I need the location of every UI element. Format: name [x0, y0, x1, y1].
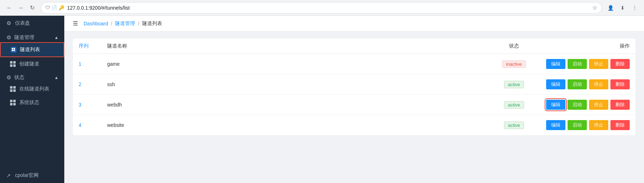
- online-tunnels-label: 在线隧道列表: [19, 86, 49, 92]
- col-header-name: 隧道名称: [101, 39, 493, 54]
- sidebar-section-tunnel[interactable]: ⚙ 隧道管理 ▲: [0, 31, 64, 42]
- cpolar-link-icon: ↗: [6, 173, 11, 178]
- main-content: ☰ Dashboard / 隧道管理 / 隧道列表 序列 隧道名称 状态 操作: [64, 16, 644, 183]
- content-area: 序列 隧道名称 状态 操作 1 game inactive 编辑 启动 停止 删…: [64, 31, 644, 142]
- table-row: 3 webdh active 编辑 启动 停止 删除: [73, 95, 635, 115]
- start-button-2[interactable]: 启动: [568, 100, 587, 110]
- address-bar[interactable]: 🛡 📄 🔑 ☆: [41, 2, 602, 14]
- svg-rect-2: [12, 50, 13, 51]
- cell-seq-2: 3: [73, 95, 101, 115]
- svg-rect-3: [14, 50, 15, 51]
- delete-button-1[interactable]: 删除: [610, 79, 630, 89]
- cell-status-1: active: [493, 74, 535, 95]
- cell-name-3: website: [101, 115, 493, 135]
- system-status-icon: [10, 100, 16, 105]
- create-tunnel-label: 创建隧道: [19, 61, 39, 67]
- col-header-status: 状态: [493, 39, 535, 54]
- forward-button[interactable]: →: [16, 3, 26, 13]
- breadcrumb-tunnel-mgmt[interactable]: 隧道管理: [115, 20, 135, 27]
- download-button[interactable]: ⬇: [618, 3, 628, 13]
- delete-button-0[interactable]: 删除: [610, 59, 630, 69]
- action-btns-1: 编辑 启动 停止 删除: [541, 79, 630, 89]
- table-header-row: 序列 隧道名称 状态 操作: [73, 39, 635, 54]
- cell-seq-1: 2: [73, 74, 101, 95]
- col-header-actions: 操作: [535, 39, 635, 54]
- sidebar-item-cpolar[interactable]: ↗ cpolar官网: [0, 168, 64, 183]
- menu-icon[interactable]: ☰: [73, 20, 78, 27]
- cell-seq-3: 4: [73, 115, 101, 135]
- tunnel-section-label: ⚙ 隧道管理: [6, 34, 34, 41]
- cpolar-website-label: cpolar官网: [15, 172, 39, 179]
- app-layout: ⚙ 仪表盘 ⚙ 隧道管理 ▲ 隧道列表 创建隧道 ⚙: [0, 16, 644, 183]
- delete-button-3[interactable]: 删除: [610, 120, 630, 130]
- cell-name-0: game: [101, 54, 493, 74]
- start-button-0[interactable]: 启动: [568, 59, 587, 69]
- table-row: 1 game inactive 编辑 启动 停止 删除: [73, 54, 635, 74]
- sidebar-item-create-tunnel[interactable]: 创建隧道: [0, 57, 64, 71]
- status-badge-0: inactive: [502, 60, 526, 68]
- status-section-icon: ⚙: [6, 75, 11, 80]
- sidebar-item-dashboard[interactable]: ⚙ 仪表盘: [0, 16, 64, 31]
- start-button-3[interactable]: 启动: [568, 120, 587, 130]
- stop-button-3[interactable]: 停止: [589, 120, 608, 130]
- bookmark-icon[interactable]: ☆: [592, 4, 597, 11]
- action-btns-2: 编辑 启动 停止 删除: [541, 100, 630, 110]
- security-icon: 🛡: [45, 5, 50, 10]
- create-tunnel-icon: [10, 61, 16, 67]
- stop-button-2[interactable]: 停止: [589, 100, 608, 110]
- table-row: 4 website active 编辑 启动 停止 删除: [73, 115, 635, 135]
- cell-name-2: webdh: [101, 95, 493, 115]
- sidebar-item-system-status[interactable]: 系统状态: [0, 96, 64, 109]
- edit-button-3[interactable]: 编辑: [546, 120, 565, 130]
- tunnel-list-icon: [11, 47, 16, 53]
- browser-right-buttons: 👤 ⬇ ⋮: [605, 3, 640, 13]
- edit-button-1[interactable]: 编辑: [546, 79, 565, 89]
- system-status-label: 系统状态: [19, 99, 39, 106]
- status-badge-1: active: [504, 81, 524, 88]
- stop-button-0[interactable]: 停止: [589, 59, 608, 69]
- back-button[interactable]: ←: [4, 3, 14, 13]
- breadcrumb-dashboard[interactable]: Dashboard: [84, 21, 108, 26]
- svg-rect-0: [12, 48, 13, 49]
- sidebar-item-tunnel-list[interactable]: 隧道列表: [0, 42, 64, 57]
- delete-button-2[interactable]: 删除: [610, 100, 630, 110]
- start-button-1[interactable]: 启动: [568, 79, 587, 89]
- col-header-seq: 序列: [73, 39, 101, 54]
- cell-status-2: active: [493, 95, 535, 115]
- stop-button-1[interactable]: 停止: [589, 79, 608, 89]
- sidebar: ⚙ 仪表盘 ⚙ 隧道管理 ▲ 隧道列表 创建隧道 ⚙: [0, 16, 64, 183]
- key-icon: 🔑: [59, 5, 64, 10]
- cell-actions-1: 编辑 启动 停止 删除: [535, 74, 635, 95]
- table-row: 2 ssh active 编辑 启动 停止 删除: [73, 74, 635, 95]
- tunnel-list-label: 隧道列表: [20, 46, 40, 53]
- status-section-arrow: ▲: [54, 75, 59, 80]
- status-badge-3: active: [504, 122, 524, 129]
- url-input[interactable]: [67, 5, 589, 11]
- menu-button[interactable]: ⋮: [630, 3, 640, 13]
- breadcrumb-sep1: /: [111, 21, 113, 26]
- cell-name-1: ssh: [101, 74, 493, 95]
- sidebar-item-online-tunnels[interactable]: 在线隧道列表: [0, 82, 64, 96]
- cell-status-0: inactive: [493, 54, 535, 74]
- tunnel-section-arrow: ▲: [54, 35, 59, 40]
- action-btns-0: 编辑 启动 停止 删除: [541, 59, 630, 69]
- cell-status-3: active: [493, 115, 535, 135]
- action-btns-3: 编辑 启动 停止 删除: [541, 120, 630, 130]
- dashboard-icon: ⚙: [6, 20, 11, 26]
- cell-actions-3: 编辑 启动 停止 删除: [535, 115, 635, 135]
- edit-button-2[interactable]: 编辑: [546, 100, 565, 110]
- cell-seq-0: 1: [73, 54, 101, 74]
- sidebar-dashboard-label: 仪表盘: [15, 20, 30, 26]
- cell-actions-0: 编辑 启动 停止 删除: [535, 54, 635, 74]
- breadcrumb-tunnel-list: 隧道列表: [142, 20, 162, 27]
- sidebar-section-status[interactable]: ⚙ 状态 ▲: [0, 71, 64, 82]
- svg-rect-1: [14, 48, 15, 49]
- page-icon: 📄: [51, 5, 57, 10]
- edit-button-0[interactable]: 编辑: [546, 59, 565, 69]
- status-badge-2: active: [504, 101, 524, 109]
- breadcrumb: ☰ Dashboard / 隧道管理 / 隧道列表: [64, 16, 644, 31]
- tunnel-table: 序列 隧道名称 状态 操作 1 game inactive 编辑 启动 停止 删…: [73, 39, 635, 135]
- reload-button[interactable]: ↻: [27, 3, 37, 13]
- profile-button[interactable]: 👤: [605, 3, 615, 13]
- breadcrumb-sep2: /: [138, 21, 139, 26]
